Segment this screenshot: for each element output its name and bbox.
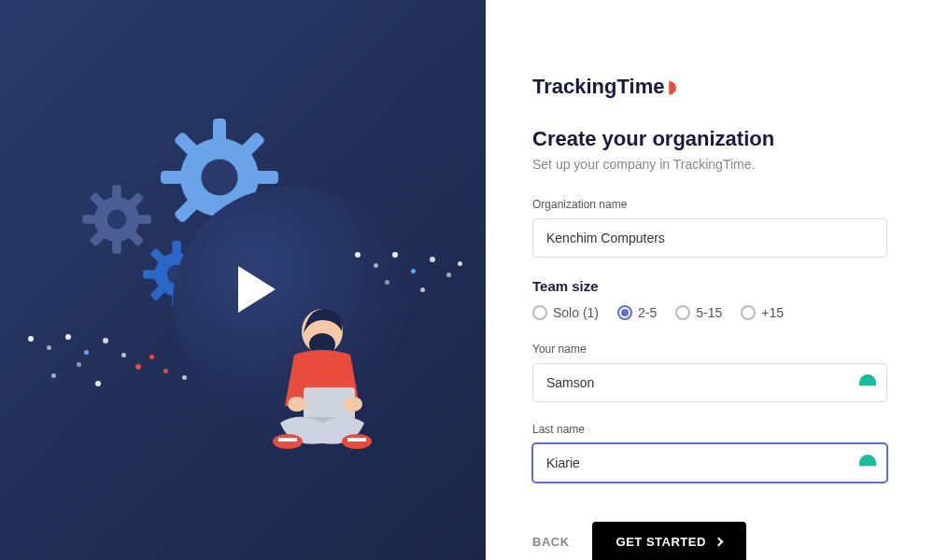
team-size-option-label: 5-15 bbox=[696, 305, 722, 320]
person-illustration bbox=[252, 303, 420, 490]
brand-name: TrackingTime bbox=[532, 75, 664, 99]
chevron-right-icon bbox=[714, 538, 723, 547]
svg-point-9 bbox=[201, 159, 237, 195]
brand-logo: TrackingTime ◗ bbox=[532, 75, 887, 99]
brand-accent-icon: ◗ bbox=[668, 77, 676, 97]
team-size-option-label: 2-5 bbox=[638, 305, 657, 320]
svg-rect-1 bbox=[213, 119, 226, 142]
svg-rect-3 bbox=[161, 171, 184, 184]
back-button[interactable]: BACK bbox=[532, 535, 570, 549]
svg-rect-13 bbox=[82, 215, 97, 224]
team-size-option-2-5[interactable]: 2-5 bbox=[617, 305, 657, 320]
get-started-label: GET STARTED bbox=[616, 535, 706, 549]
team-size-option-5-15[interactable]: 5-15 bbox=[675, 305, 722, 320]
autofill-icon bbox=[859, 455, 876, 466]
svg-rect-14 bbox=[136, 215, 151, 224]
svg-rect-38 bbox=[278, 438, 297, 441]
firstname-input[interactable] bbox=[532, 363, 887, 402]
svg-point-19 bbox=[107, 210, 127, 230]
svg-rect-11 bbox=[112, 185, 121, 200]
svg-point-34 bbox=[288, 397, 306, 412]
org-name-input[interactable] bbox=[532, 218, 887, 258]
lastname-input[interactable] bbox=[532, 443, 887, 483]
svg-rect-23 bbox=[143, 270, 158, 278]
team-size-option-15plus[interactable]: +15 bbox=[741, 305, 784, 320]
page-subtitle: Set up your company in TrackingTime. bbox=[532, 157, 887, 172]
lastname-label: Last name bbox=[532, 423, 887, 436]
form-panel: TrackingTime ◗ Create your organization … bbox=[486, 0, 934, 560]
page-title: Create your organization bbox=[532, 127, 887, 151]
svg-rect-12 bbox=[112, 239, 121, 254]
svg-rect-4 bbox=[255, 171, 278, 184]
team-size-option-label: Solo (1) bbox=[553, 305, 599, 320]
team-size-option-solo[interactable]: Solo (1) bbox=[532, 305, 599, 320]
svg-point-35 bbox=[344, 397, 362, 412]
team-size-group: Solo (1) 2-5 5-15 +15 bbox=[532, 305, 887, 320]
autofill-icon bbox=[859, 374, 876, 385]
team-size-option-label: +15 bbox=[761, 305, 784, 320]
illustration-panel bbox=[0, 0, 486, 560]
org-name-label: Organization name bbox=[532, 198, 887, 211]
get-started-button[interactable]: GET STARTED bbox=[592, 522, 746, 560]
team-size-label: Team size bbox=[532, 278, 887, 294]
svg-rect-39 bbox=[347, 438, 366, 441]
firstname-label: Your name bbox=[532, 343, 887, 356]
svg-rect-21 bbox=[172, 241, 180, 256]
